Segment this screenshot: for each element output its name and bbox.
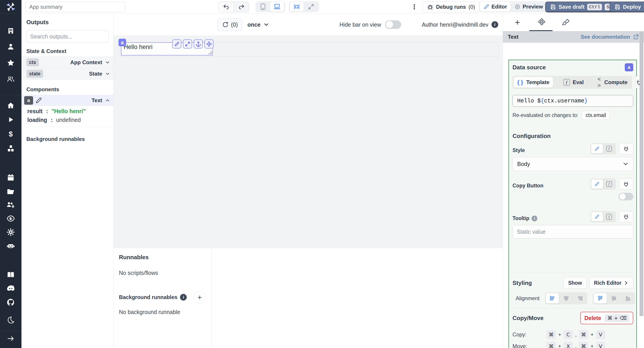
- refresh-runnables-button[interactable]: (0): [218, 18, 242, 31]
- reeval-dependency-chip[interactable]: ctx.email: [582, 111, 610, 120]
- connect-plug-button[interactable]: [619, 211, 633, 222]
- compute-tab[interactable]: < >Compute: [594, 77, 631, 88]
- output-kv-row[interactable]: result : "Hello henri": [22, 106, 113, 114]
- align-bottom-button[interactable]: [622, 293, 634, 304]
- resources-cubes-icon[interactable]: [6, 144, 15, 153]
- add-background-runnable-button[interactable]: +: [194, 291, 206, 304]
- editor-tab[interactable]: Editor: [480, 2, 510, 12]
- settings-gear-icon[interactable]: [6, 228, 15, 236]
- ctx-output-row[interactable]: ctx App Context: [22, 56, 113, 68]
- component-settings-tab[interactable]: [537, 18, 546, 27]
- preview-tab[interactable]: Preview: [511, 2, 546, 12]
- discord-icon[interactable]: [6, 284, 15, 292]
- center-canvas-button[interactable]: [290, 2, 304, 12]
- expand-rail-arrow-icon[interactable]: [6, 334, 15, 343]
- undo-button[interactable]: [218, 2, 234, 12]
- rich-editor-button[interactable]: Rich Editor: [589, 277, 633, 289]
- align-middle-button[interactable]: [608, 293, 620, 304]
- schedules-calendar-icon[interactable]: [6, 173, 15, 182]
- workers-icon[interactable]: [6, 201, 15, 209]
- deploy-button[interactable]: Deploy: [610, 2, 644, 12]
- output-kv-row[interactable]: loading : undefined: [22, 114, 113, 123]
- align-right-button[interactable]: [574, 293, 586, 304]
- variables-dollar-icon[interactable]: $: [6, 130, 15, 138]
- function-icon: ƒ: [606, 181, 612, 187]
- component-type-label: Text: [92, 97, 102, 104]
- runs-play-icon[interactable]: [6, 116, 15, 124]
- function-icon: ƒ: [606, 146, 612, 152]
- add-component-tab[interactable]: +: [513, 18, 522, 27]
- docs-book-icon[interactable]: [6, 270, 15, 279]
- deploy-label: Deploy: [623, 4, 641, 10]
- groups-icon[interactable]: [6, 75, 15, 83]
- component-type-title: Text: [508, 34, 518, 40]
- favorites-star-icon[interactable]: [6, 58, 15, 67]
- desktop-view-button[interactable]: [270, 2, 284, 12]
- save-draft-button[interactable]: Save draft Ctrl S: [545, 2, 616, 12]
- braces-icon: { }: [517, 79, 524, 86]
- home-icon[interactable]: [6, 101, 15, 110]
- schedule-dropdown[interactable]: once: [248, 22, 269, 28]
- debug-runs-button[interactable]: Debug runs (0): [422, 2, 480, 12]
- shortcut-row: Copy:⌘+C,⌘+V: [512, 330, 633, 339]
- static-pencil-button[interactable]: [591, 179, 603, 189]
- resize-handle[interactable]: [208, 51, 212, 54]
- connect-plug-button[interactable]: [619, 178, 633, 190]
- ai-robot-icon[interactable]: [6, 242, 15, 250]
- redo-button[interactable]: [234, 2, 249, 12]
- info-icon[interactable]: i: [532, 216, 537, 222]
- kbd-key: X: [564, 342, 573, 348]
- align-top-button[interactable]: [594, 293, 607, 304]
- tooltip-mode-toggle: ƒ: [590, 211, 616, 222]
- align-left-button[interactable]: [546, 293, 559, 304]
- info-icon[interactable]: i: [492, 21, 498, 28]
- expand-component-button[interactable]: [183, 39, 192, 48]
- connect-plug-button[interactable]: [619, 143, 633, 154]
- fullwidth-canvas-button[interactable]: [304, 2, 318, 12]
- windmill-logo[interactable]: [0, 0, 22, 14]
- eval-tab[interactable]: ƒEval: [560, 77, 587, 88]
- mobile-view-button[interactable]: [256, 2, 270, 12]
- show-styling-button[interactable]: Show: [564, 277, 586, 289]
- scrollbar-thumb[interactable]: [640, 32, 643, 316]
- static-pencil-button[interactable]: [591, 212, 603, 222]
- delete-component-button[interactable]: Delete ⌘ + ⌫: [580, 312, 633, 324]
- info-icon[interactable]: i: [180, 294, 187, 300]
- save-draft-label: Save draft: [558, 4, 584, 10]
- more-options-kebab-icon[interactable]: ⋮: [411, 2, 418, 12]
- static-pencil-button[interactable]: [591, 144, 603, 154]
- dark-mode-moon-icon[interactable]: [6, 316, 15, 324]
- chevron-up-icon: [105, 98, 110, 103]
- search-outputs-input[interactable]: [26, 30, 109, 43]
- author-label: Author henri@windmill.dev: [422, 22, 488, 28]
- workspace-icon[interactable]: [6, 26, 15, 35]
- app-canvas[interactable]: a Hello henri: [114, 35, 503, 248]
- hide-bar-toggle[interactable]: [385, 20, 401, 29]
- rename-pencil-icon[interactable]: [35, 96, 42, 104]
- code-brace: {: [541, 98, 544, 104]
- see-documentation-link[interactable]: See documentation: [581, 34, 639, 40]
- template-code-input[interactable]: Hello ${ctx.username}: [512, 95, 633, 107]
- copy-button-label: Copy Button: [512, 183, 544, 190]
- edit-component-button[interactable]: [172, 39, 181, 48]
- anchor-component-button[interactable]: [194, 39, 203, 48]
- align-center-h-button[interactable]: [560, 293, 573, 304]
- schedule-value: once: [248, 22, 260, 28]
- component-output-row[interactable]: a Text: [22, 95, 113, 106]
- move-component-button[interactable]: [204, 39, 214, 48]
- audit-eye-icon[interactable]: [6, 214, 15, 223]
- global-styling-tab[interactable]: [562, 18, 570, 27]
- github-icon[interactable]: [6, 298, 15, 306]
- template-tab[interactable]: { }Template: [514, 77, 553, 88]
- folders-icon[interactable]: [6, 187, 15, 196]
- copy-button-toggle[interactable]: [618, 193, 633, 200]
- user-icon[interactable]: [6, 42, 15, 51]
- app-summary-input[interactable]: [25, 2, 125, 12]
- style-select[interactable]: Body: [512, 157, 633, 171]
- eval-fx-button[interactable]: ƒ: [603, 179, 615, 189]
- rail-divider: [0, 331, 22, 331]
- state-output-row[interactable]: state State: [22, 68, 113, 80]
- eval-fx-button[interactable]: ƒ: [603, 212, 615, 222]
- tooltip-input[interactable]: Static value: [512, 225, 633, 238]
- eval-fx-button[interactable]: ƒ: [603, 144, 615, 154]
